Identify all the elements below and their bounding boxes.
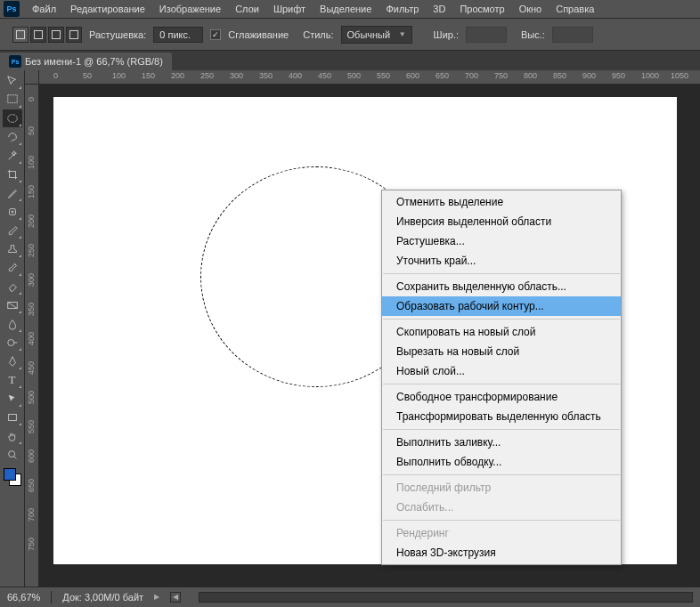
status-bar: 66,67% Док: 3,00M/0 байт ▶ ◀ [0, 587, 700, 606]
ruler-corner [25, 70, 39, 85]
context-menu-item[interactable]: Новый слой... [382, 361, 621, 381]
tool-history-brush[interactable] [3, 259, 22, 277]
document-info[interactable]: Док: 3,00M/0 байт [62, 592, 143, 603]
ruler-tick: 500 [27, 391, 36, 404]
context-menu-item: Последний фильтр [382, 478, 621, 498]
tool-rectangle[interactable] [3, 409, 22, 426]
tool-path-select[interactable] [3, 390, 22, 408]
menu-справка[interactable]: Справка [549, 2, 601, 16]
context-menu-item[interactable]: Скопировать на новый слой [382, 322, 621, 342]
ps-file-icon: Ps [9, 55, 21, 68]
tool-type[interactable]: T [3, 371, 22, 389]
tool-blur[interactable] [3, 315, 22, 333]
ruler-tick: 550 [27, 420, 36, 433]
ruler-vertical[interactable]: 0501001502002503003504004505005506006507… [25, 85, 39, 587]
ruler-tick: 50 [83, 71, 92, 80]
feather-label: Растушевка: [89, 29, 146, 40]
tool-brush[interactable] [3, 222, 22, 239]
tool-healing[interactable] [3, 203, 22, 221]
ruler-tick: 700 [465, 71, 478, 80]
chevron-right-icon[interactable]: ▶ [154, 593, 159, 601]
context-menu-item[interactable]: Образовать рабочий контур... [382, 296, 621, 316]
ruler-tick: 0 [27, 97, 36, 101]
width-input[interactable] [466, 27, 507, 43]
tool-eyedropper[interactable] [3, 184, 22, 202]
tool-pen[interactable] [3, 352, 22, 370]
context-menu-item[interactable]: Уточнить край... [382, 251, 621, 271]
context-menu: Отменить выделениеИнверсия выделенной об… [381, 190, 622, 565]
ruler-tick: 850 [553, 71, 566, 80]
tool-dodge[interactable] [3, 334, 22, 352]
selection-subtract-icon[interactable] [48, 27, 64, 43]
ruler-tick: 1050 [671, 71, 688, 80]
tool-ellipse-marquee[interactable] [3, 109, 22, 127]
ruler-tick: 900 [582, 71, 596, 80]
ruler-tick: 650 [27, 479, 36, 492]
app-logo-icon: Ps [4, 1, 20, 17]
selection-intersect-icon[interactable] [66, 27, 82, 43]
style-dropdown[interactable]: Обычный▼ [341, 26, 412, 44]
foreground-color-swatch[interactable] [4, 468, 16, 481]
context-menu-item[interactable]: Растушевка... [382, 231, 621, 251]
color-swatches[interactable] [4, 468, 21, 486]
menu-separator [383, 429, 620, 430]
menu-шрифт[interactable]: Шрифт [266, 2, 313, 16]
height-input[interactable] [552, 27, 593, 43]
menu-3d[interactable]: 3D [426, 2, 452, 16]
context-menu-item[interactable]: Свободное трансформирование [382, 387, 621, 407]
ruler-tick: 250 [27, 244, 36, 257]
ruler-tick: 450 [318, 71, 331, 80]
selection-add-icon[interactable] [30, 27, 46, 43]
ruler-tick: 450 [27, 361, 36, 375]
tool-stamp[interactable] [3, 240, 22, 258]
tool-crop[interactable] [3, 166, 22, 183]
tool-magic-wand[interactable] [3, 147, 22, 165]
menu-редактирование[interactable]: Редактирование [63, 2, 152, 16]
zoom-level[interactable]: 66,67% [7, 592, 40, 603]
ruler-tick: 600 [406, 71, 419, 80]
tool-move[interactable] [3, 72, 22, 90]
context-menu-item: Рендеринг [382, 523, 621, 543]
context-menu-item[interactable]: Трансформировать выделенную область [382, 407, 621, 426]
tool-gradient[interactable] [3, 296, 22, 314]
context-menu-item[interactable]: Выполнить обводку... [382, 452, 621, 472]
context-menu-item[interactable]: Сохранить выделенную область... [382, 277, 621, 296]
tool-eraser[interactable] [3, 278, 22, 295]
menu-окно[interactable]: Окно [512, 2, 549, 16]
menu-separator [383, 319, 620, 320]
ruler-tick: 150 [142, 71, 155, 80]
menu-изображение[interactable]: Изображение [152, 2, 228, 16]
tool-zoom[interactable] [3, 446, 22, 464]
ruler-horizontal[interactable]: 0501001502002503003504004505005506006507… [39, 70, 700, 85]
scroll-left-icon[interactable]: ◀ [170, 592, 181, 603]
feather-input[interactable] [153, 27, 203, 43]
antialias-checkbox[interactable]: ✓ [210, 29, 221, 40]
tool-hand[interactable] [3, 427, 22, 445]
tool-rect-marquee[interactable] [3, 91, 22, 109]
horizontal-scrollbar[interactable] [199, 592, 693, 603]
menu-файл[interactable]: Файл [25, 2, 63, 16]
context-menu-item[interactable]: Отменить выделение [382, 192, 621, 212]
width-label: Шир.: [434, 29, 459, 40]
context-menu-item[interactable]: Выполнить заливку... [382, 433, 621, 452]
ruler-tick: 350 [27, 303, 36, 316]
context-menu-item[interactable]: Новая 3D-экструзия [382, 543, 621, 562]
ruler-tick: 400 [27, 332, 36, 345]
ruler-tick: 200 [27, 214, 36, 228]
document-tab[interactable]: Ps Без имени-1 @ 66,7% (RGB/8) [0, 53, 172, 70]
ruler-tick: 700 [27, 508, 36, 522]
menu-слои[interactable]: Слои [228, 2, 266, 16]
menu-выделение[interactable]: Выделение [313, 2, 378, 16]
tools-panel: T [0, 70, 25, 587]
chevron-down-icon: ▼ [399, 30, 406, 38]
selection-new-icon[interactable] [12, 27, 28, 43]
menu-просмотр[interactable]: Просмотр [452, 2, 511, 16]
ruler-tick: 100 [112, 71, 126, 80]
tool-lasso[interactable] [3, 128, 22, 146]
context-menu-item[interactable]: Вырезать на новый слой [382, 342, 621, 361]
document-tabs: Ps Без имени-1 @ 66,7% (RGB/8) [0, 51, 700, 70]
ruler-tick: 400 [289, 71, 302, 80]
options-bar: Растушевка: ✓ Сглаживание Стиль: Обычный… [0, 19, 700, 51]
context-menu-item[interactable]: Инверсия выделенной области [382, 212, 621, 231]
menu-фильтр[interactable]: Фильтр [378, 2, 426, 16]
